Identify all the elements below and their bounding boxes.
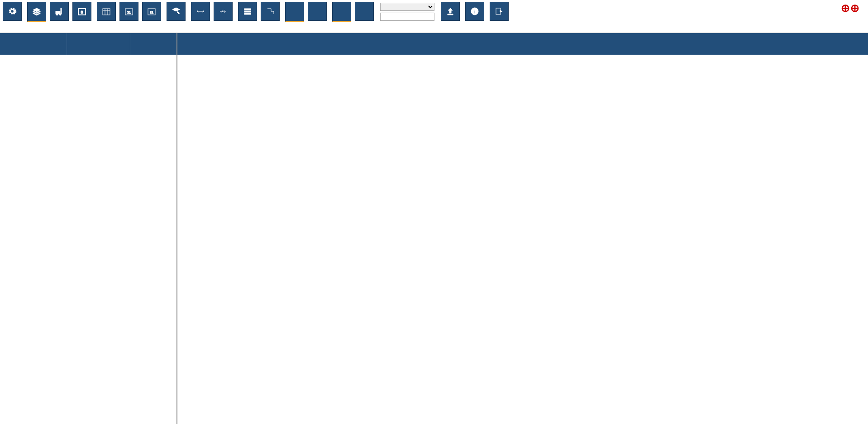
mode-auto-button[interactable]: [332, 2, 351, 22]
calendar-week-button[interactable]: [97, 2, 116, 21]
calendar-month-icon: 31: [147, 7, 156, 16]
timearea-expand-button[interactable]: [191, 2, 210, 21]
calendar-day-icon: 8: [77, 7, 86, 16]
view-forklift-button[interactable]: [50, 2, 69, 21]
logout-icon: [495, 7, 504, 16]
logout-button[interactable]: [490, 2, 509, 21]
svg-rect-14: [244, 9, 251, 10]
group-info: i: [465, 2, 484, 23]
calendar-week-icon: [102, 7, 111, 16]
svg-text:31: 31: [127, 11, 131, 14]
gear-icon: [8, 7, 17, 16]
filter-input[interactable]: [380, 13, 434, 21]
view-layers-button[interactable]: [27, 2, 46, 22]
highlight-path-button[interactable]: [261, 2, 280, 21]
mode-manual-button[interactable]: [355, 2, 374, 21]
svg-rect-6: [103, 9, 110, 15]
timearea-collapse-button[interactable]: [214, 2, 233, 21]
settings-button[interactable]: [3, 2, 22, 21]
list-icon: [243, 7, 252, 16]
edit-layers-icon: [172, 7, 181, 16]
svg-text:i: i: [474, 8, 476, 15]
header-name: [0, 33, 67, 55]
group-planning-strategy: [285, 2, 327, 24]
svg-rect-3: [61, 8, 62, 14]
header-start: [67, 33, 130, 55]
strategy-asap-button[interactable]: [285, 2, 304, 22]
table-header: [0, 33, 176, 55]
strategy-jit-button[interactable]: [308, 2, 327, 21]
table-pane: [0, 33, 177, 424]
view-calendar-button[interactable]: 8: [72, 2, 91, 21]
group-timearea: [191, 2, 233, 23]
group-filtering: [379, 2, 435, 24]
filter-select[interactable]: [380, 3, 434, 11]
highlight-list-button[interactable]: [238, 2, 257, 21]
svg-text:31: 31: [150, 11, 153, 14]
timescale: [177, 33, 868, 55]
group-highlighting: [238, 2, 280, 23]
expand-horizontal-icon: [196, 7, 205, 16]
group-logout: [490, 2, 509, 23]
gantt-pane: [177, 33, 868, 424]
modifications-button[interactable]: [167, 2, 186, 21]
calendar-month-button[interactable]: 31: [142, 2, 161, 21]
table-body[interactable]: [0, 55, 176, 424]
calendar-shift-button[interactable]: 31: [119, 2, 138, 21]
path-icon: [266, 7, 275, 16]
info-button[interactable]: i: [465, 2, 484, 21]
upload-button[interactable]: [441, 2, 460, 21]
group-calendar: 31 31: [97, 2, 161, 23]
svg-rect-15: [244, 11, 251, 12]
brand-logo: ⊕⊕: [841, 2, 865, 14]
svg-rect-16: [244, 13, 251, 14]
forklift-icon: [55, 7, 64, 16]
svg-text:8: 8: [81, 10, 83, 14]
toolbar: 8 31 31: [0, 0, 868, 33]
svg-point-1: [56, 14, 58, 15]
info-icon: i: [470, 7, 479, 16]
upload-icon: [446, 7, 455, 16]
group-upload: [441, 2, 460, 23]
group-settings: [3, 2, 22, 23]
layers-icon: [32, 7, 41, 16]
group-scheduling-mode: [332, 2, 374, 24]
calendar-shift-icon: 31: [124, 7, 134, 16]
header-end: [130, 33, 176, 55]
collapse-horizontal-icon: [219, 7, 228, 16]
group-view: 8: [27, 2, 91, 24]
group-modifications: [167, 2, 186, 23]
